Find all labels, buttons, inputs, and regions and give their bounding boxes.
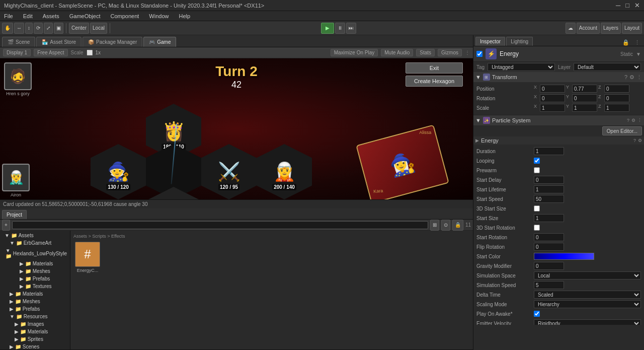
pivot-center-btn[interactable]: Center: [69, 23, 89, 34]
particle-section-header[interactable]: ▼ ✨ Particle System ? ⚙ ⋮: [473, 115, 644, 125]
tab-asset-store[interactable]: 🏪 Asset Store: [36, 37, 82, 47]
project-folder-8[interactable]: ▶ 📁 Meshes: [1, 298, 69, 305]
layers-btn[interactable]: Layers: [601, 23, 621, 34]
object-name[interactable]: Energy: [500, 50, 617, 57]
prop-field-10[interactable]: [534, 243, 564, 251]
tab-lighting[interactable]: Lighting: [506, 37, 533, 46]
static-dropdown[interactable]: ▼: [636, 51, 641, 57]
transform-settings[interactable]: ⚙: [629, 74, 634, 81]
menu-file[interactable]: File: [2, 13, 15, 19]
particle-menu[interactable]: ⋮: [637, 118, 642, 123]
inspector-lock[interactable]: 🔒: [620, 39, 631, 46]
rect-tool[interactable]: ⤢: [44, 23, 53, 34]
maximize-btn[interactable]: □: [625, 2, 629, 9]
menu-edit[interactable]: Edit: [21, 13, 35, 19]
layer-selector[interactable]: Default: [574, 63, 641, 71]
energy-help[interactable]: ?: [633, 138, 636, 143]
tab-game[interactable]: 🎮 Game: [143, 37, 176, 47]
hex-cell-2[interactable]: 🧙 130 / 120: [91, 144, 146, 199]
prop-field-0[interactable]: [534, 147, 564, 155]
project-folder-5[interactable]: ▶ 📁 Prefabs: [1, 275, 69, 283]
energy-settings[interactable]: ⚙: [638, 138, 642, 143]
prop-checkbox-6[interactable]: [534, 205, 540, 212]
transform-help[interactable]: ?: [624, 74, 627, 80]
sc-y-input[interactable]: [572, 104, 597, 112]
prop-checkbox-2[interactable]: [534, 167, 540, 173]
project-folder-3[interactable]: ▶ 📁 Materials: [1, 260, 69, 267]
maximize-on-play-btn[interactable]: Maximize On Play: [331, 49, 378, 56]
project-folder-14[interactable]: ▶ 📁 Scenes: [1, 343, 69, 349]
move-tool[interactable]: ↔: [14, 23, 24, 34]
rot-z-input[interactable]: [604, 94, 629, 102]
pos-z-input[interactable]: [604, 85, 629, 93]
energy-arrow[interactable]: ▶: [475, 138, 479, 143]
menu-window[interactable]: Window: [147, 13, 171, 19]
tag-selector[interactable]: Untagged: [488, 63, 555, 71]
stats-btn[interactable]: Stats: [416, 49, 435, 56]
pos-x-input[interactable]: [540, 85, 565, 93]
prop-color-11[interactable]: [534, 253, 594, 260]
prop-checkbox-8[interactable]: [534, 225, 540, 231]
project-folder-10[interactable]: ▼ 📁 Resources: [1, 313, 69, 320]
inspector-menu[interactable]: ⋮: [632, 39, 642, 46]
titlebar-controls[interactable]: ─ □ ✕: [616, 2, 640, 9]
project-lock-btn[interactable]: 🔒: [452, 220, 463, 231]
hex-cell-3[interactable]: ⚔️ 120 / 95: [201, 144, 257, 199]
rot-x-input[interactable]: [540, 94, 565, 102]
create-hexagon-button[interactable]: Create Hexagon: [406, 76, 463, 87]
project-folder-1[interactable]: ▼ 📁 ErbGameArt: [1, 239, 69, 247]
prop-field-9[interactable]: [534, 233, 564, 241]
menu-component[interactable]: Component: [108, 13, 141, 19]
menu-assets[interactable]: Assets: [41, 13, 61, 19]
project-folder-11[interactable]: ▶ 📁 Images: [1, 320, 69, 328]
sc-z-input[interactable]: [604, 104, 629, 112]
project-view-btn[interactable]: ⊞: [430, 220, 439, 231]
prop-field-14[interactable]: [534, 281, 564, 289]
project-folder-2[interactable]: ▼ 📁 Hexlands_LowPolyStyle: [1, 247, 69, 260]
object-enabled-checkbox[interactable]: [476, 51, 482, 57]
gizmos-btn[interactable]: Gizmos: [438, 49, 462, 56]
prop-field-3[interactable]: [534, 176, 564, 184]
project-folder-12[interactable]: ▶ 📁 Materials: [1, 328, 69, 335]
particle-help[interactable]: ?: [627, 118, 629, 123]
collab-btn[interactable]: ☁: [566, 23, 576, 34]
game-toolbar-menu[interactable]: ⋮: [465, 50, 470, 55]
pos-y-input[interactable]: [572, 85, 597, 93]
hand-tool[interactable]: ✋: [2, 23, 13, 34]
minimize-btn[interactable]: ─: [616, 2, 620, 9]
project-folder-4[interactable]: ▶ 📁 Meshes: [1, 267, 69, 275]
prop-dropdown-18[interactable]: Rigidbody: [534, 319, 641, 325]
project-folder-9[interactable]: ▶ 📁 Prefabs: [1, 305, 69, 313]
project-add-btn[interactable]: +: [2, 220, 10, 231]
sc-x-input[interactable]: [540, 104, 565, 112]
menu-help[interactable]: Help: [177, 13, 192, 19]
scale-slider[interactable]: ⬜: [87, 50, 93, 55]
transform-section-header[interactable]: ▼ ⊞ Transform ? ⚙ ⋮: [473, 72, 644, 82]
play-button[interactable]: ▶: [321, 23, 334, 34]
pivot-local-btn[interactable]: Local: [90, 23, 107, 34]
transform-tool[interactable]: ▣: [54, 23, 63, 34]
prop-field-5[interactable]: [534, 195, 564, 203]
tab-inspector[interactable]: Inspector: [475, 37, 505, 46]
tab-scene[interactable]: 🎬 Scene: [2, 37, 35, 47]
project-folder-13[interactable]: ▶ 📁 Sprites: [1, 335, 69, 343]
project-search-input[interactable]: [12, 221, 428, 229]
project-filter-btn[interactable]: ⊙: [441, 220, 450, 231]
prop-field-7[interactable]: [534, 214, 564, 222]
project-folder-0[interactable]: ▼ 📁 Assets: [1, 232, 69, 239]
open-editor-btn[interactable]: Open Editor...: [602, 126, 642, 135]
rotate-tool[interactable]: ↕: [25, 23, 33, 34]
tab-project[interactable]: Project: [2, 210, 27, 219]
menu-gameobject[interactable]: GameObject: [67, 13, 103, 19]
prop-field-4[interactable]: [534, 185, 564, 193]
project-folder-6[interactable]: ▶ 📁 Textures: [1, 283, 69, 290]
asset-item-0[interactable]: #EnergyC...: [72, 242, 103, 273]
project-folder-7[interactable]: ▶ 📁 Materials: [1, 290, 69, 298]
prop-dropdown-16[interactable]: Hierarchy: [534, 300, 641, 308]
step-button[interactable]: ⏭: [346, 23, 356, 34]
prop-checkbox-17[interactable]: [534, 311, 540, 317]
rot-y-input[interactable]: [572, 94, 597, 102]
close-btn[interactable]: ✕: [634, 2, 640, 9]
hex-cell-4[interactable]: 🧝 200 / 140: [257, 144, 312, 199]
pause-button[interactable]: ⏸: [335, 23, 345, 34]
